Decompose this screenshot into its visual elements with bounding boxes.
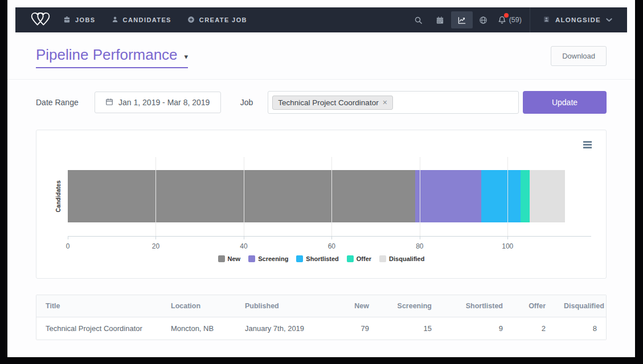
table-header-cell: Disqualified bbox=[555, 295, 606, 317]
axis-tick-label: 40 bbox=[240, 242, 247, 250]
table-header-cell: New bbox=[327, 295, 378, 317]
table-cell: Moncton, NB bbox=[162, 317, 236, 340]
filters-bar: Date Range Jan 1, 2019 - Mar 8, 2019 Job… bbox=[7, 79, 635, 114]
person-icon bbox=[112, 16, 118, 24]
chart-plot: 020406080100 bbox=[68, 157, 591, 237]
axis-tick bbox=[507, 237, 508, 239]
job-label: Job bbox=[240, 98, 253, 107]
account-name: ALONGSIDE bbox=[555, 16, 601, 23]
briefcase-icon bbox=[63, 16, 71, 24]
title-dropdown-caret-icon: ▾ bbox=[185, 49, 189, 60]
job-select-input[interactable]: Technical Project Coordinator × bbox=[268, 91, 519, 114]
axis-tick-label: 60 bbox=[328, 242, 335, 250]
legend-item-offer[interactable]: Offer bbox=[347, 255, 371, 262]
table-header-cell: Published bbox=[236, 295, 327, 317]
table-header-cell: Title bbox=[36, 295, 162, 317]
nav-item-candidates[interactable]: CANDIDATES bbox=[112, 16, 171, 24]
chevron-down-icon bbox=[606, 16, 612, 23]
app-window: JOBS CANDIDATES CREATE JOB bbox=[7, 0, 635, 357]
gridline bbox=[331, 157, 332, 236]
table-cell: 15 bbox=[378, 317, 441, 340]
bell-icon bbox=[498, 15, 506, 24]
navbar-right: (59) ALONGSIDE bbox=[408, 7, 627, 32]
table-cell: Technical Project Coordinator bbox=[36, 317, 162, 340]
legend-swatch bbox=[379, 255, 386, 262]
legend-item-new[interactable]: New bbox=[218, 255, 241, 262]
nav-item-label: JOBS bbox=[75, 16, 96, 23]
axis-tick bbox=[420, 237, 420, 239]
nav-item-label: CREATE JOB bbox=[199, 16, 247, 23]
calendar-icon[interactable] bbox=[429, 11, 451, 28]
avatar-icon bbox=[543, 15, 550, 24]
download-button[interactable]: Download bbox=[551, 46, 607, 66]
legend-swatch bbox=[218, 255, 225, 262]
legend-label: New bbox=[228, 255, 241, 262]
notification-count: (59) bbox=[509, 16, 522, 24]
axis-tick bbox=[68, 237, 68, 239]
pipeline-chart-panel: Candidates 020406080100 NewScreeningShor… bbox=[36, 130, 607, 279]
bar-segment-offer[interactable] bbox=[521, 170, 529, 222]
bar-segment-shortlisted[interactable] bbox=[481, 170, 521, 222]
legend-label: Screening bbox=[258, 255, 288, 262]
legend-item-shortlisted[interactable]: Shortlisted bbox=[296, 255, 338, 262]
table-cell: 8 bbox=[555, 317, 606, 340]
main-content: Pipeline Performance ▾ Download Date Ran… bbox=[7, 32, 635, 357]
table-row[interactable]: Technical Project CoordinatorMoncton, NB… bbox=[36, 317, 606, 340]
table-header-row: TitleLocationPublishedNewScreeningShortl… bbox=[36, 295, 606, 317]
legend-item-disqualified[interactable]: Disqualified bbox=[379, 255, 424, 262]
gridline bbox=[155, 157, 156, 236]
axis-tick-label: 0 bbox=[66, 242, 70, 250]
top-navbar: JOBS CANDIDATES CREATE JOB bbox=[15, 7, 627, 32]
bar-segment-new[interactable] bbox=[68, 170, 415, 222]
table-header-cell: Shortlisted bbox=[441, 295, 512, 317]
report-selector[interactable]: Pipeline Performance ▾ bbox=[36, 46, 188, 68]
pipeline-table: TitleLocationPublishedNewScreeningShortl… bbox=[36, 295, 607, 340]
chart-legend: NewScreeningShortlistedOfferDisqualified bbox=[36, 255, 606, 262]
gridline bbox=[244, 157, 244, 236]
table-cell: 9 bbox=[441, 317, 512, 340]
date-range-label: Date Range bbox=[36, 98, 79, 107]
table-cell: January 7th, 2019 bbox=[236, 317, 327, 340]
legend-label: Shortlisted bbox=[306, 255, 338, 262]
table-header-cell: Location bbox=[162, 295, 236, 317]
legend-label: Offer bbox=[357, 255, 371, 262]
nav-item-create-job[interactable]: CREATE JOB bbox=[187, 16, 247, 24]
job-tag: Technical Project Coordinator × bbox=[272, 96, 393, 110]
bar-row bbox=[68, 170, 591, 222]
legend-item-screening[interactable]: Screening bbox=[248, 255, 288, 262]
table-header-cell: Screening bbox=[378, 295, 441, 317]
search-icon[interactable] bbox=[408, 11, 429, 28]
bar-segment-disqualified[interactable] bbox=[530, 170, 565, 222]
page-title: Pipeline Performance bbox=[36, 46, 178, 64]
legend-swatch bbox=[296, 255, 303, 262]
globe-icon[interactable] bbox=[473, 11, 494, 28]
table-body: Technical Project CoordinatorMoncton, NB… bbox=[36, 317, 606, 340]
job-tag-label: Technical Project Coordinator bbox=[278, 98, 378, 107]
legend-label: Disqualified bbox=[389, 255, 424, 262]
axis-tick bbox=[244, 237, 244, 239]
analytics-icon[interactable] bbox=[451, 11, 473, 28]
page-header: Pipeline Performance ▾ Download bbox=[36, 46, 607, 69]
date-range-input[interactable]: Jan 1, 2019 - Mar 8, 2019 bbox=[95, 92, 221, 113]
table-header-cell: Offer bbox=[512, 295, 555, 317]
update-button[interactable]: Update bbox=[523, 91, 607, 114]
nav-item-label: CANDIDATES bbox=[123, 16, 171, 23]
account-menu[interactable]: ALONGSIDE bbox=[530, 7, 627, 32]
calendar-small-icon bbox=[105, 98, 113, 107]
legend-swatch bbox=[347, 255, 354, 262]
table-cell: 2 bbox=[512, 317, 555, 340]
plus-circle-icon bbox=[187, 16, 195, 24]
nav-item-jobs[interactable]: JOBS bbox=[63, 16, 96, 24]
table-cell: 79 bbox=[327, 317, 378, 340]
date-range-value: Jan 1, 2019 - Mar 8, 2019 bbox=[118, 98, 210, 107]
legend-swatch bbox=[248, 255, 255, 262]
hearts-logo-icon bbox=[30, 11, 51, 29]
axis-tick bbox=[331, 237, 332, 239]
axis-tick bbox=[155, 237, 156, 239]
notifications-button[interactable]: (59) bbox=[498, 15, 522, 24]
chart-context-menu-icon[interactable] bbox=[581, 139, 593, 150]
tag-remove-icon[interactable]: × bbox=[383, 98, 387, 106]
axis-tick-label: 80 bbox=[416, 242, 423, 250]
brand-logo[interactable] bbox=[15, 11, 63, 29]
bar-segment-screening[interactable] bbox=[415, 170, 481, 222]
